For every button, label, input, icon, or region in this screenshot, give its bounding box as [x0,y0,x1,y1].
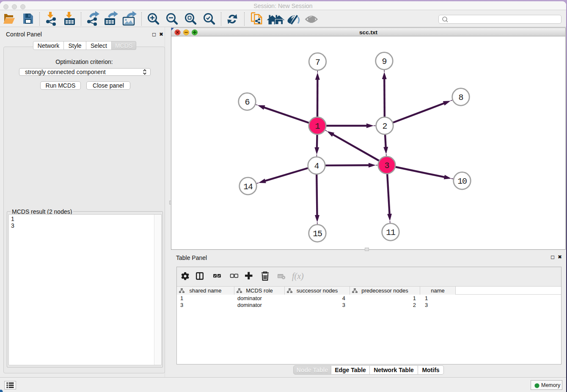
svg-text:f(x): f(x) [292,271,304,281]
svg-text:2: 2 [383,121,387,131]
svg-text:7: 7 [315,58,320,67]
svg-text:3: 3 [385,161,389,171]
svg-text:14: 14 [243,182,253,192]
svg-text:10: 10 [457,177,467,186]
svg-text:4: 4 [314,161,319,171]
svg-text:9: 9 [382,57,387,66]
svg-text:1: 1 [315,121,320,131]
svg-text:15: 15 [313,229,322,239]
svg-text:8: 8 [459,93,463,102]
svg-text:11: 11 [386,228,396,237]
svg-text:6: 6 [245,97,250,107]
